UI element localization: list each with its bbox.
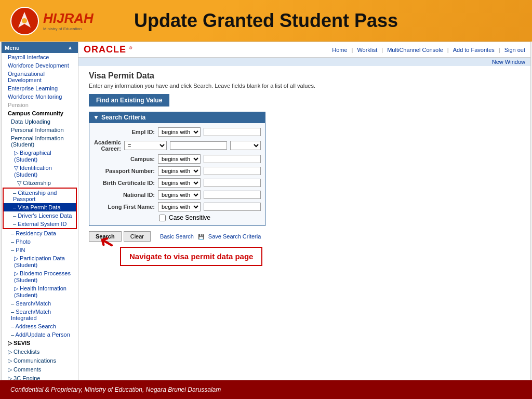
sidebar-link-external[interactable]: External System ID <box>18 221 66 227</box>
clear-button[interactable]: Clear <box>124 231 151 242</box>
sidebar-item-biodemo[interactable]: ▷ Biodemo Processes (Student) <box>2 269 78 284</box>
sidebar-item-identification[interactable]: ▽ Identification (Student) <box>2 164 78 179</box>
sidebar-link-add-person[interactable]: Add/Update a Person <box>16 331 70 338</box>
sidebar-link-searchmatch-int[interactable]: Search/Match Integrated <box>11 309 51 321</box>
campus-input[interactable] <box>204 155 261 163</box>
first-name-label: Long First Name: <box>94 204 155 210</box>
nav-multichannel[interactable]: MultiChannel Console <box>387 47 443 53</box>
page-description: Enter any information you have and click… <box>89 83 520 89</box>
new-window-link[interactable]: New Window <box>492 59 525 65</box>
passport-input[interactable] <box>204 167 261 175</box>
sidebar-link-photo[interactable]: Photo <box>16 238 31 245</box>
birth-cert-operator[interactable]: begins with = <box>158 178 201 188</box>
sidebar-link-biographical[interactable]: ▷ Biographical (Student) <box>14 150 51 163</box>
case-sensitive-label: Case Sensitive <box>169 214 210 221</box>
nav-signout[interactable]: Sign out <box>504 47 525 53</box>
sidebar-link-payroll[interactable]: Payroll Interface <box>8 54 49 60</box>
national-id-row: National ID: begins with = <box>94 190 261 200</box>
sidebar-scroll-btn[interactable]: ▲ <box>65 44 75 51</box>
sidebar-link-citizenship-passport[interactable]: Citizenship and Passport <box>13 190 57 202</box>
academic-career-operator[interactable]: = begins with not = <box>124 141 167 150</box>
search-criteria-header: ▼ Search Criteria <box>89 112 265 123</box>
collapse-icon[interactable]: ▼ <box>93 114 99 121</box>
academic-career-input[interactable] <box>170 141 227 150</box>
page-content: Visa Permit Data Enter any information y… <box>78 66 530 380</box>
sidebar-item-address-search[interactable]: – Address Search <box>2 322 78 330</box>
sidebar-item-add-person[interactable]: – Add/Update a Person <box>2 330 78 339</box>
sidebar-item-photo[interactable]: – Photo <box>2 237 78 246</box>
sidebar-item-monitoring[interactable]: Workforce Monitoring <box>2 92 78 101</box>
sidebar-item-campus[interactable]: Campus Community <box>2 109 78 117</box>
sidebar-link-monitoring[interactable]: Workforce Monitoring <box>8 94 62 100</box>
sidebar-item-workforce[interactable]: Workforce Development <box>2 61 78 70</box>
save-search-link[interactable]: Save Search Criteria <box>206 233 263 240</box>
sidebar-item-payroll[interactable]: Payroll Interface <box>2 53 78 61</box>
sidebar-link-pin[interactable]: PIN <box>16 247 25 253</box>
campus-row: Campus: begins with = <box>94 154 261 164</box>
academic-career-dropdown2[interactable]: UGRD GRAD <box>230 141 261 150</box>
empl-id-operator[interactable]: begins with = not = ends with contains <box>158 127 201 137</box>
academic-career-label: Academic Career: <box>94 139 121 152</box>
nav-favorites[interactable]: Add to Favorites <box>453 47 495 53</box>
sidebar-link-enterprise[interactable]: Enterprise Learning <box>8 85 58 91</box>
sidebar-item-communications[interactable]: ▷ Communications <box>2 356 78 365</box>
sidebar-link-workforce[interactable]: Workforce Development <box>8 62 69 69</box>
bottom-bar: Confidential & Proprietary, Ministry of … <box>0 380 532 399</box>
national-id-operator[interactable]: begins with = <box>158 190 201 200</box>
sidebar-link-identification[interactable]: ▽ Identification (Student) <box>14 165 52 178</box>
logo-area: HIJRAH Ministry of Education <box>10 7 94 35</box>
sidebar-item-citizenship-passport[interactable]: – Citizenship and Passport <box>4 189 76 203</box>
sidebar-item-enterprise[interactable]: Enterprise Learning <box>2 84 78 92</box>
sidebar-link-searchmatch[interactable]: Search/Match <box>16 300 51 307</box>
search-criteria-body: Empl ID: begins with = not = ends with c… <box>89 123 265 226</box>
sidebar-item-health[interactable]: ▷ Health Information (Student) <box>2 284 78 299</box>
sidebar-item-external-system[interactable]: – External System ID <box>4 220 76 228</box>
sidebar-link-health[interactable]: ▷ Health Information (Student) <box>14 285 66 298</box>
sidebar-link-drivers[interactable]: Driver's License Data <box>18 212 72 219</box>
sidebar-item-checklists[interactable]: ▷ Checklists <box>2 348 78 356</box>
sidebar-highlight-group: – Citizenship and Passport – Visa Permit… <box>3 188 77 229</box>
national-id-input[interactable] <box>204 191 261 199</box>
first-name-input[interactable] <box>204 203 261 211</box>
sidebar-link-biodemo[interactable]: ▷ Biodemo Processes (Student) <box>14 270 71 283</box>
sidebar-item-searchmatch-int[interactable]: – Search/Match Integrated <box>2 308 78 322</box>
sidebar-link-address[interactable]: Address Search <box>16 323 56 329</box>
sidebar-item-searchmatch[interactable]: – Search/Match <box>2 299 78 308</box>
sidebar-link-orgdev[interactable]: Organizational Development <box>8 71 45 83</box>
sidebar-item-orgdev[interactable]: Organizational Development <box>2 70 78 84</box>
birth-cert-input[interactable] <box>204 179 261 187</box>
sidebar-item-pin[interactable]: – PIN <box>2 246 78 254</box>
sidebar-item-participation[interactable]: ▷ Participation Data (Student) <box>2 254 78 269</box>
action-buttons: Search Clear Basic Search 💾 Save Search … <box>89 231 520 242</box>
sidebar-item-3c-engine[interactable]: ▷ 3C Engine <box>2 374 78 380</box>
sidebar-link-participation[interactable]: ▷ Participation Data (Student) <box>14 255 65 268</box>
passport-operator[interactable]: begins with = <box>158 166 201 176</box>
sidebar-item-residency[interactable]: – Residency Data <box>2 229 78 237</box>
empl-id-row: Empl ID: begins with = not = ends with c… <box>94 127 261 137</box>
sidebar-item-personal-info-student[interactable]: Personal Information (Student) <box>2 134 78 149</box>
logo-text-block: HIJRAH Ministry of Education <box>43 10 94 31</box>
empl-id-input[interactable] <box>204 128 261 136</box>
sidebar-item-biographical[interactable]: ▷ Biographical (Student) <box>2 149 78 164</box>
oracle-logo-reg: ® <box>129 46 132 50</box>
nav-home[interactable]: Home <box>332 47 347 53</box>
nav-div2: | <box>381 47 383 53</box>
sidebar-item-drivers-license[interactable]: – Driver's License Data <box>4 211 76 220</box>
sidebar-item-citizenship[interactable]: ▽ Citizenship <box>2 179 78 188</box>
sidebar-link-residency[interactable]: Residency Data <box>16 230 56 236</box>
sidebar-item-personal-info[interactable]: Personal Information <box>2 126 78 134</box>
sidebar-item-comments[interactable]: ▷ Comments <box>2 365 78 374</box>
case-sensitive-checkbox[interactable] <box>159 215 166 221</box>
sidebar-item-visa-permit[interactable]: – Visa Permit Data <box>4 203 76 211</box>
campus-operator[interactable]: begins with = <box>158 154 201 164</box>
first-name-operator[interactable]: begins with = <box>158 202 201 211</box>
nav-worklist[interactable]: Worklist <box>357 47 377 53</box>
page-main-title: Update Granted Student Pass <box>134 10 398 32</box>
sidebar-item-pension[interactable]: Pension <box>2 101 78 109</box>
oracle-logo-text: ORACLE <box>84 44 126 55</box>
sidebar-item-sevis[interactable]: ▷ SEVIS <box>2 339 78 348</box>
top-banner: HIJRAH Ministry of Education Update Gran… <box>0 0 532 42</box>
sidebar-item-data-uploading[interactable]: Data Uploading <box>2 117 78 126</box>
find-existing-value-tab[interactable]: Find an Existing Value <box>89 94 169 107</box>
basic-search-link[interactable]: Basic Search <box>158 233 196 240</box>
